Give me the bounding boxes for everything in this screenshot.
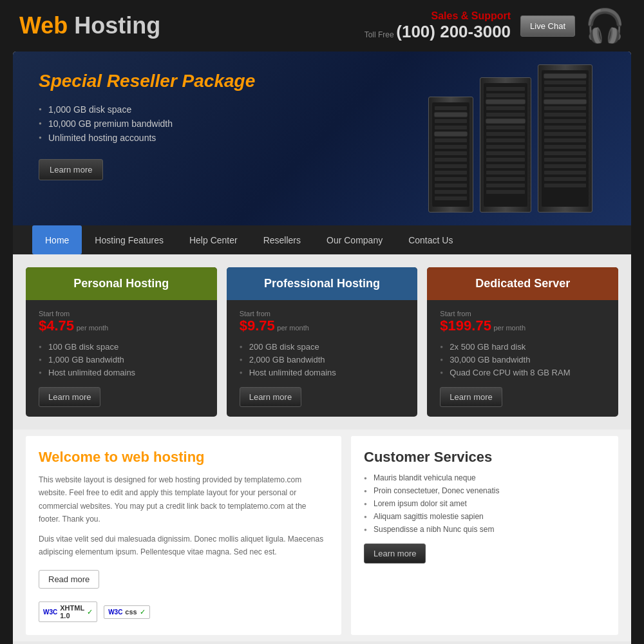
- dedicated-server-title: Dedicated Server: [437, 277, 609, 290]
- welcome-body-1: This website layout is designed for web …: [39, 473, 328, 526]
- server-slot: [486, 106, 525, 110]
- nav-home[interactable]: Home: [32, 225, 82, 254]
- logo-web: Web: [19, 12, 74, 39]
- server-slot: [544, 87, 586, 91]
- personal-feature-3: Host unlimited domains: [39, 368, 204, 377]
- sales-support: Sales & Support Toll Free (100) 200-3000: [365, 10, 511, 42]
- headset-icon: 🎧: [585, 10, 625, 42]
- nav-contact-us[interactable]: Contact Us: [395, 225, 466, 254]
- server-inner-small: [432, 102, 469, 207]
- personal-learn-more-button[interactable]: Learn more: [39, 387, 100, 407]
- welcome-title-static: Welcome to: [39, 449, 122, 465]
- live-chat-button[interactable]: Live Chat: [520, 15, 575, 37]
- server-slot: [435, 164, 467, 168]
- server-inner-medium: [484, 83, 527, 207]
- hero-banner: Special Reseller Package 1,000 GB disk s…: [13, 52, 631, 225]
- server-slot: [486, 184, 525, 187]
- server-slot: [544, 145, 586, 149]
- hero-feature-3: Unlimited hosting accounts: [39, 133, 328, 143]
- cs-item-3: Lorem ipsum dolor sit amet: [364, 499, 605, 508]
- phone-row: Toll Free (100) 200-3000: [365, 22, 511, 42]
- server-slot: [544, 113, 586, 117]
- professional-hosting-body: Start from $9.75 per month 200 GB disk s…: [227, 300, 418, 417]
- server-slot: [486, 151, 525, 155]
- nav-help-center[interactable]: Help Center: [176, 225, 251, 254]
- xhtml-label: XHTML1.0: [60, 604, 84, 620]
- server-slot: [486, 145, 525, 149]
- professional-price-label: Start from: [240, 310, 405, 317]
- professional-feature-1: 200 GB disk space: [240, 342, 405, 352]
- personal-price: $4.75: [39, 317, 74, 334]
- server-slots-medium: [484, 83, 527, 198]
- server-slot: [435, 196, 467, 200]
- professional-feature-2: 2,000 GB bandwidth: [240, 355, 405, 365]
- cs-item-2: Proin consectetuer, Donec venenatis: [364, 486, 605, 495]
- logo: Web Hosting: [19, 12, 160, 39]
- welcome-body-2: Duis vitae velit sed dui malesuada digni…: [39, 533, 328, 559]
- server-slot: [435, 151, 467, 155]
- customer-services-section: Customer Services Mauris blandit vehicul…: [351, 436, 618, 635]
- server-tower-small: [428, 97, 473, 213]
- read-more-button[interactable]: Read more: [39, 570, 99, 589]
- server-slot: [544, 80, 586, 84]
- hero-servers: [428, 64, 592, 213]
- nav-our-company[interactable]: Our Company: [314, 225, 395, 254]
- server-slot: [435, 171, 467, 175]
- css-label: css: [125, 608, 137, 616]
- dedicated-features: 2x 500 GB hard disk 30,000 GB bandwidth …: [440, 342, 605, 377]
- personal-hosting-title: Personal Hosting: [35, 277, 207, 290]
- personal-price-per: per month: [77, 324, 109, 332]
- personal-price-row: $4.75 per month: [39, 317, 204, 334]
- server-slot: [544, 93, 586, 97]
- header-right: Sales & Support Toll Free (100) 200-3000…: [365, 10, 625, 42]
- server-slot: [486, 190, 525, 194]
- welcome-section: Welcome to web hosting This website layo…: [26, 436, 341, 635]
- professional-learn-more-button[interactable]: Learn more: [240, 387, 301, 407]
- main-wrapper: Special Reseller Package 1,000 GB disk s…: [13, 52, 631, 644]
- logo-hosting: Hosting: [74, 12, 160, 39]
- server-slot: [544, 171, 586, 175]
- professional-price: $9.75: [240, 317, 275, 334]
- server-slots-small: [432, 102, 469, 204]
- bottom-section: Welcome to web hosting This website layo…: [13, 430, 631, 641]
- dedicated-feature-1: 2x 500 GB hard disk: [440, 342, 605, 352]
- hero-features: 1,000 GB disk space 10,000 GB premium ba…: [39, 104, 328, 143]
- cs-item-5: Suspendisse a nibh Nunc quis sem: [364, 525, 605, 534]
- dedicated-server-header: Dedicated Server: [427, 267, 618, 300]
- server-slot: [435, 113, 467, 117]
- server-tower-large: [538, 64, 592, 213]
- customer-services-learn-more-button[interactable]: Learn more: [364, 544, 426, 564]
- server-slot: [435, 184, 467, 187]
- dedicated-price-row: $199.75 per month: [440, 317, 605, 334]
- nav-resellers[interactable]: Resellers: [251, 225, 314, 254]
- professional-hosting-title: Professional Hosting: [236, 277, 408, 290]
- server-slot: [544, 138, 586, 142]
- nav-hosting-features[interactable]: Hosting Features: [82, 225, 176, 254]
- personal-price-label: Start from: [39, 310, 204, 317]
- w3c-css-badge: W3C css ✓: [104, 605, 150, 619]
- server-slot: [486, 164, 525, 168]
- server-inner-large: [542, 70, 589, 207]
- personal-feature-1: 100 GB disk space: [39, 342, 204, 352]
- w3c-logo-xhtml: W3C: [43, 609, 57, 616]
- server-slot: [544, 132, 586, 136]
- server-slot: [544, 100, 586, 104]
- server-slot: [544, 106, 586, 110]
- server-slot: [544, 74, 586, 78]
- hero-learn-more-button[interactable]: Learn more: [39, 159, 103, 180]
- professional-feature-3: Host unlimited domains: [240, 368, 405, 377]
- hosting-packages: Personal Hosting Start from $4.75 per mo…: [13, 254, 631, 430]
- dedicated-learn-more-button[interactable]: Learn more: [440, 387, 502, 407]
- dedicated-price-per: per month: [494, 324, 526, 332]
- server-slot: [435, 119, 467, 123]
- welcome-title: Welcome to web hosting: [39, 449, 328, 466]
- css-checkmark-icon: ✓: [140, 608, 146, 616]
- cs-item-1: Mauris blandit vehicula neque: [364, 473, 605, 482]
- professional-features: 200 GB disk space 2,000 GB bandwidth Hos…: [240, 342, 405, 377]
- server-slot: [486, 87, 525, 91]
- dedicated-feature-3: Quad Core CPU with 8 GB RAM: [440, 368, 605, 377]
- server-slot: [435, 145, 467, 149]
- professional-price-row: $9.75 per month: [240, 317, 405, 334]
- dedicated-server-body: Start from $199.75 per month 2x 500 GB h…: [427, 300, 618, 417]
- server-slot: [435, 126, 467, 129]
